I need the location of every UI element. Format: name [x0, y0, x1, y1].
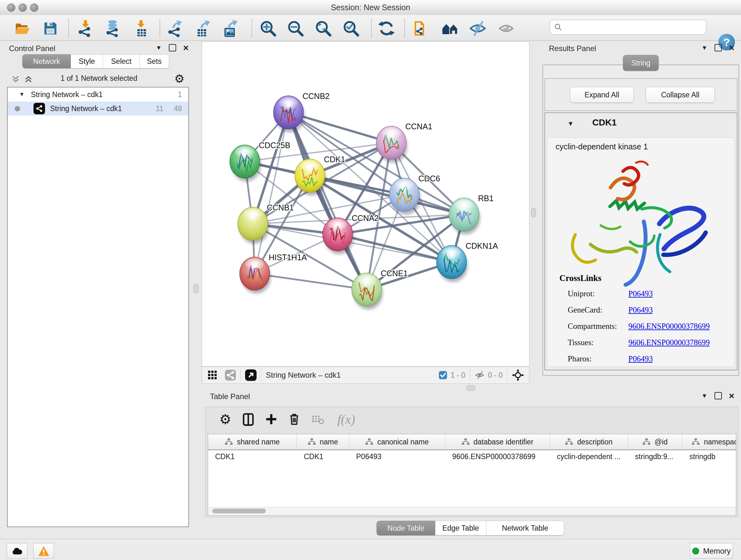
show-all-button[interactable]: [497, 19, 515, 37]
tab-network-table[interactable]: Network Table: [486, 521, 564, 536]
new-network-from-selection-button[interactable]: [413, 19, 431, 37]
network-row-selected[interactable]: String Network – cdk1 11 48: [8, 102, 188, 116]
expand-all-icon[interactable]: [24, 75, 32, 83]
horizontal-scrollbar[interactable]: [208, 507, 736, 515]
crosslink-link[interactable]: P06493: [628, 354, 653, 363]
search-input[interactable]: [550, 20, 706, 35]
scrollbar-thumb[interactable]: [212, 509, 266, 513]
panel-float-icon[interactable]: [169, 44, 176, 51]
panel-float-icon[interactable]: [715, 392, 722, 399]
apply-preferred-layout-button[interactable]: [378, 19, 395, 37]
fit-crosshair-icon[interactable]: [512, 369, 524, 381]
detach-view-icon[interactable]: [245, 369, 257, 381]
network-graph[interactable]: CCNB2CCNA1CDC25BCDK1CDC6RB1CCNB1CCNA2CDK…: [202, 42, 529, 366]
tab-select[interactable]: Select: [103, 54, 140, 68]
search-field[interactable]: [562, 23, 706, 32]
export-network-button[interactable]: [167, 19, 185, 37]
tab-network[interactable]: Network: [22, 54, 71, 68]
zoom-selected-button[interactable]: [342, 19, 360, 37]
select-columns-button[interactable]: [239, 407, 258, 431]
selected-count: 1 - 0: [451, 371, 465, 380]
zoom-fit-button[interactable]: [314, 19, 332, 37]
memory-button[interactable]: Memory: [690, 543, 733, 559]
left-splitter-handle[interactable]: [193, 284, 199, 293]
table-cell[interactable]: stringdb:9...: [628, 450, 682, 463]
panel-menu-icon[interactable]: ▼: [701, 44, 708, 51]
save-icon: [43, 20, 58, 37]
delete-column-button[interactable]: [285, 407, 304, 431]
column-header--id[interactable]: @id: [628, 434, 682, 450]
add-column-button[interactable]: [262, 407, 281, 431]
table-cell[interactable]: stringdb: [682, 450, 736, 463]
tab-edge-table[interactable]: Edge Table: [435, 521, 486, 536]
zoom-out-button[interactable]: [286, 19, 305, 37]
panel-close-icon[interactable]: ×: [729, 45, 735, 51]
crosslink-link[interactable]: 9606.ENSP00000378699: [628, 322, 710, 331]
column-header-shared-name[interactable]: shared name: [208, 434, 297, 450]
panel-menu-icon[interactable]: ▼: [156, 44, 162, 51]
first-neighbors-button[interactable]: [441, 19, 459, 37]
column-header-database-identifier[interactable]: database identifier: [445, 434, 550, 450]
import-network-from-database-button[interactable]: [105, 19, 122, 37]
panel-close-icon[interactable]: ×: [183, 45, 189, 51]
table-cell[interactable]: CDK1: [297, 450, 349, 463]
collapse-all-button[interactable]: Collapse All: [646, 87, 715, 103]
import-table-from-file-button[interactable]: [133, 19, 151, 37]
hidden-eye-icon[interactable]: [475, 370, 485, 380]
column-header-namespac[interactable]: namespac: [682, 434, 736, 450]
tab-string[interactable]: String: [623, 55, 659, 71]
graphics-details-icon[interactable]: [208, 370, 217, 380]
tab-sets[interactable]: Sets: [140, 54, 169, 68]
edge-HIST1H1A-CCNE1[interactable]: [255, 273, 367, 290]
table-panel-buttons: ▼ ×: [701, 392, 734, 399]
export-table-button[interactable]: [194, 19, 212, 37]
right-splitter-handle[interactable]: [531, 208, 536, 217]
panel-float-icon[interactable]: [715, 44, 722, 51]
results-expand-collapse-box: Expand All Collapse All: [544, 78, 738, 111]
crosslink-link[interactable]: 9606.ENSP00000378699: [628, 338, 710, 347]
save-session-button[interactable]: [42, 19, 59, 37]
network-tree: ▼ String Network – cdk1 1 String Network…: [7, 87, 189, 527]
column-header-description[interactable]: description: [550, 434, 628, 450]
crosslink-link[interactable]: P06493: [628, 306, 653, 314]
cloud-status-button[interactable]: [7, 543, 27, 559]
edge-CCNB2-HIST1H1A[interactable]: [255, 112, 288, 273]
table-cell[interactable]: CDK1: [208, 450, 297, 463]
bottom-splitter-handle[interactable]: [467, 385, 475, 390]
node-label-CCNB1: CCNB1: [267, 203, 294, 212]
collapse-all-icon[interactable]: [11, 75, 20, 83]
tab-node-table[interactable]: Node Table: [377, 521, 435, 536]
tab-style[interactable]: Style: [71, 54, 103, 68]
import-network-from-file-button[interactable]: [77, 19, 95, 37]
expand-all-button[interactable]: Expand All: [570, 87, 634, 103]
entry-collapse-icon[interactable]: ▼: [567, 120, 574, 127]
table-cell[interactable]: P06493: [349, 450, 445, 463]
network-canvas[interactable]: CCNB2CCNA1CDC25BCDK1CDC6RB1CCNB1CCNA2CDK…: [202, 42, 529, 367]
import-table-icon: [133, 20, 150, 37]
trash-icon: [287, 413, 301, 426]
warnings-button[interactable]: [33, 543, 54, 559]
open-session-button[interactable]: [13, 19, 31, 37]
network-overview-icon[interactable]: [225, 370, 236, 381]
table-cell[interactable]: 9606.ENSP00000378699: [445, 450, 550, 463]
refresh-icon: [378, 20, 395, 37]
selected-checkbox-icon[interactable]: [439, 371, 448, 380]
crosslink-link[interactable]: P06493: [628, 289, 653, 298]
zoom-in-button[interactable]: [259, 19, 277, 37]
application-window: Session: New Session: [0, 0, 741, 560]
document-network-icon: [413, 20, 430, 37]
export-image-button[interactable]: [222, 19, 240, 37]
entry-content: cyclin-dependent kinase 1 CrossLinks Uni…: [547, 137, 735, 367]
collection-expand-icon[interactable]: ▼: [19, 91, 24, 98]
column-header-canonical-name[interactable]: canonical name: [349, 434, 445, 450]
hide-selected-button[interactable]: [469, 19, 487, 37]
table-cell[interactable]: cyclin-dependent ...: [550, 450, 628, 463]
table-gear-button[interactable]: ⚙: [216, 407, 235, 431]
panel-close-icon[interactable]: ×: [729, 393, 735, 399]
network-collection-row[interactable]: ▼ String Network – cdk1 1: [8, 87, 188, 102]
panel-menu-icon[interactable]: ▼: [701, 392, 708, 399]
column-header-name[interactable]: name: [297, 434, 349, 450]
options-gear-icon[interactable]: ⚙: [174, 72, 185, 85]
attribute-table[interactable]: shared namenamecanonical namedatabase id…: [208, 434, 736, 516]
edge-CCNB2-CCNE1[interactable]: [288, 112, 367, 290]
